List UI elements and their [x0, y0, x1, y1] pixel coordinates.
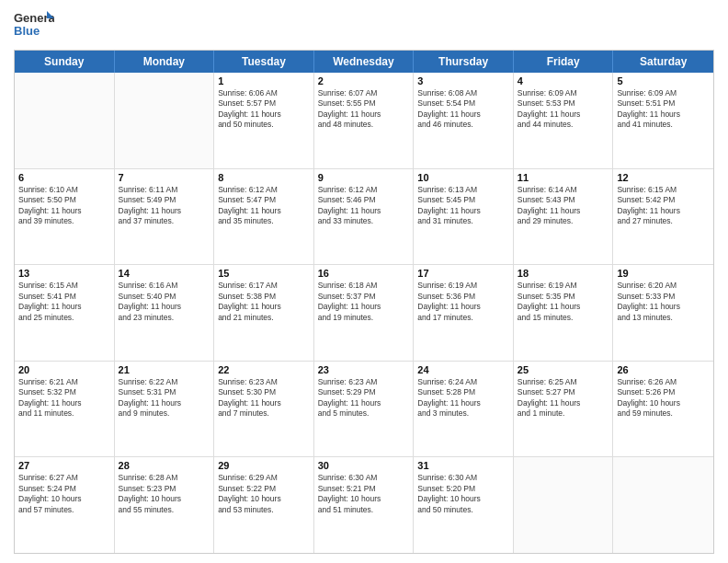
day-cell-17: 17Sunrise: 6:19 AMSunset: 5:36 PMDayligh…: [414, 265, 514, 361]
cell-info-line: Sunset: 5:24 PM: [18, 484, 110, 494]
day-number: 19: [617, 268, 710, 279]
day-cell-23: 23Sunrise: 6:23 AMSunset: 5:29 PMDayligh…: [314, 362, 415, 457]
empty-cell: [15, 73, 115, 168]
cell-info-line: Sunset: 5:50 PM: [18, 195, 110, 205]
cell-info-line: and 37 minutes.: [119, 216, 210, 226]
day-number: 25: [518, 364, 609, 375]
cell-info-line: Daylight: 11 hours: [417, 206, 509, 216]
cell-info-line: Sunrise: 6:13 AM: [417, 185, 509, 195]
cell-info-line: Sunrise: 6:20 AM: [617, 281, 710, 291]
cell-info-line: and 9 minutes.: [119, 408, 210, 419]
cell-info-line: Sunset: 5:38 PM: [218, 292, 310, 302]
day-cell-4: 4Sunrise: 6:09 AMSunset: 5:53 PMDaylight…: [514, 73, 614, 168]
cell-info-line: and 17 minutes.: [417, 313, 509, 323]
cell-info-line: and 57 minutes.: [18, 505, 110, 515]
week-row-5: 27Sunrise: 6:27 AMSunset: 5:24 PMDayligh…: [15, 457, 713, 553]
day-number: 6: [18, 172, 110, 183]
cell-info-line: Sunrise: 6:21 AM: [18, 377, 110, 387]
cell-info-line: Sunrise: 6:22 AM: [119, 377, 210, 387]
day-cell-26: 26Sunrise: 6:26 AMSunset: 5:26 PMDayligh…: [613, 362, 713, 457]
day-cell-10: 10Sunrise: 6:13 AMSunset: 5:45 PMDayligh…: [414, 169, 514, 265]
day-cell-14: 14Sunrise: 6:16 AMSunset: 5:40 PMDayligh…: [115, 265, 215, 361]
cell-info-line: Daylight: 11 hours: [617, 206, 710, 216]
cell-info-line: Sunrise: 6:24 AM: [417, 377, 509, 387]
day-number: 17: [417, 268, 509, 279]
day-cell-28: 28Sunrise: 6:28 AMSunset: 5:23 PMDayligh…: [115, 457, 215, 553]
day-cell-6: 6Sunrise: 6:10 AMSunset: 5:50 PMDaylight…: [15, 169, 115, 265]
day-number: 5: [617, 75, 710, 86]
day-cell-18: 18Sunrise: 6:19 AMSunset: 5:35 PMDayligh…: [514, 265, 614, 361]
day-number: 30: [318, 460, 410, 471]
day-cell-5: 5Sunrise: 6:09 AMSunset: 5:51 PMDaylight…: [613, 73, 713, 168]
cell-info-line: Daylight: 11 hours: [218, 302, 310, 312]
week-row-2: 6Sunrise: 6:10 AMSunset: 5:50 PMDaylight…: [15, 169, 713, 266]
cell-info-line: Sunset: 5:33 PM: [617, 292, 710, 302]
cell-info-line: Sunset: 5:42 PM: [617, 195, 710, 205]
cell-info-line: Sunset: 5:30 PM: [218, 387, 310, 397]
cell-info-line: Sunrise: 6:27 AM: [18, 473, 110, 483]
cell-info-line: Daylight: 11 hours: [18, 302, 110, 312]
day-number: 14: [119, 268, 210, 279]
day-cell-22: 22Sunrise: 6:23 AMSunset: 5:30 PMDayligh…: [214, 362, 314, 457]
cell-info-line: Sunrise: 6:23 AM: [218, 377, 310, 387]
day-cell-27: 27Sunrise: 6:27 AMSunset: 5:24 PMDayligh…: [15, 457, 115, 553]
day-cell-1: 1Sunrise: 6:06 AMSunset: 5:57 PMDaylight…: [214, 73, 314, 168]
cell-info-line: Daylight: 11 hours: [218, 398, 310, 408]
day-header-monday: Monday: [115, 51, 215, 73]
cell-info-line: Sunrise: 6:11 AM: [119, 185, 210, 195]
cell-info-line: Sunset: 5:53 PM: [518, 98, 609, 109]
calendar-body: 1Sunrise: 6:06 AMSunset: 5:57 PMDaylight…: [15, 73, 713, 553]
cell-info-line: and 29 minutes.: [518, 216, 609, 226]
cell-info-line: and 39 minutes.: [18, 216, 110, 226]
day-number: 4: [518, 75, 609, 86]
day-number: 15: [218, 268, 310, 279]
cell-info-line: Daylight: 11 hours: [18, 398, 110, 408]
day-number: 20: [18, 364, 110, 375]
cell-info-line: Sunrise: 6:26 AM: [617, 377, 710, 387]
cell-info-line: Sunrise: 6:10 AM: [18, 185, 110, 195]
day-cell-11: 11Sunrise: 6:14 AMSunset: 5:43 PMDayligh…: [514, 169, 614, 265]
cell-info-line: Sunset: 5:20 PM: [417, 484, 509, 494]
cell-info-line: Daylight: 11 hours: [417, 302, 509, 312]
cell-info-line: and 7 minutes.: [218, 408, 310, 419]
day-cell-2: 2Sunrise: 6:07 AMSunset: 5:55 PMDaylight…: [314, 73, 415, 168]
day-number: 9: [318, 172, 410, 183]
cell-info-line: and 3 minutes.: [417, 408, 509, 419]
cell-info-line: Sunrise: 6:23 AM: [318, 377, 410, 387]
cell-info-line: and 51 minutes.: [318, 505, 410, 515]
day-cell-12: 12Sunrise: 6:15 AMSunset: 5:42 PMDayligh…: [613, 169, 713, 265]
cell-info-line: Sunset: 5:49 PM: [119, 195, 210, 205]
cell-info-line: Sunrise: 6:07 AM: [318, 88, 410, 98]
cell-info-line: Sunset: 5:55 PM: [318, 98, 410, 109]
empty-cell: [115, 73, 215, 168]
cell-info-line: and 46 minutes.: [417, 120, 509, 130]
day-cell-31: 31Sunrise: 6:30 AMSunset: 5:20 PMDayligh…: [414, 457, 514, 553]
cell-info-line: and 55 minutes.: [119, 505, 210, 515]
cell-info-line: Sunrise: 6:09 AM: [617, 88, 710, 98]
cell-info-line: Sunset: 5:31 PM: [119, 387, 210, 397]
cell-info-line: Sunset: 5:57 PM: [218, 98, 310, 109]
cell-info-line: Sunrise: 6:15 AM: [617, 185, 710, 195]
day-number: 12: [617, 172, 710, 183]
empty-cell: [613, 457, 713, 553]
cell-info-line: Sunset: 5:47 PM: [218, 195, 310, 205]
cell-info-line: Daylight: 11 hours: [417, 109, 509, 120]
day-cell-16: 16Sunrise: 6:18 AMSunset: 5:37 PMDayligh…: [314, 265, 415, 361]
svg-text:Blue: Blue: [14, 24, 40, 38]
cell-info-line: Daylight: 10 hours: [18, 494, 110, 504]
cell-info-line: and 33 minutes.: [318, 216, 410, 226]
day-number: 1: [218, 75, 310, 86]
cell-info-line: Sunset: 5:40 PM: [119, 292, 210, 302]
empty-cell: [514, 457, 614, 553]
day-cell-8: 8Sunrise: 6:12 AMSunset: 5:47 PMDaylight…: [214, 169, 314, 265]
cell-info-line: Sunrise: 6:25 AM: [518, 377, 609, 387]
cell-info-line: and 44 minutes.: [518, 120, 609, 130]
day-number: 23: [318, 364, 410, 375]
day-number: 10: [417, 172, 509, 183]
day-number: 2: [318, 75, 410, 86]
day-cell-9: 9Sunrise: 6:12 AMSunset: 5:46 PMDaylight…: [314, 169, 415, 265]
cell-info-line: Daylight: 11 hours: [119, 206, 210, 216]
cell-info-line: Daylight: 11 hours: [518, 206, 609, 216]
day-header-saturday: Saturday: [613, 51, 713, 73]
cell-info-line: and 23 minutes.: [119, 313, 210, 323]
